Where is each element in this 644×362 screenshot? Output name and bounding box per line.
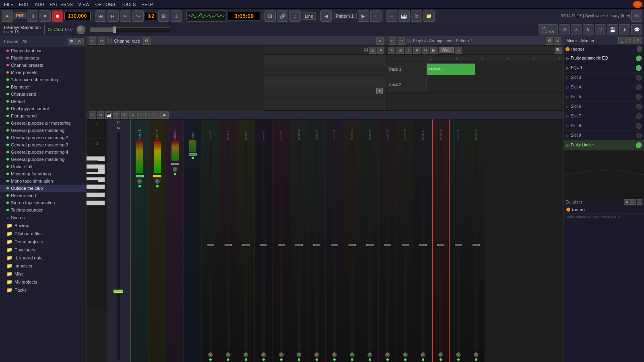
slot-eq-power[interactable] bbox=[636, 56, 642, 61]
sidebar-item-il[interactable]: 📁 IL shared data bbox=[0, 254, 86, 262]
insert-slot-6[interactable]: ▷ Slot 6 bbox=[564, 102, 644, 111]
slot-5-power[interactable] bbox=[636, 94, 642, 100]
cr-undo-btn[interactable]: ↩ bbox=[89, 37, 96, 45]
menu-add[interactable]: ADD bbox=[32, 1, 46, 8]
pattern-selector[interactable]: Pattern 1 bbox=[333, 13, 357, 19]
sidebar-item-packs[interactable]: 📁 Packs bbox=[0, 286, 86, 294]
pad-hat-14[interactable] bbox=[224, 77, 230, 84]
insert-slot-eq[interactable]: ▶ Fruity parametric EQ bbox=[564, 53, 644, 63]
insert-18-fader[interactable] bbox=[437, 244, 444, 246]
mx-undo-btn[interactable]: ↩ bbox=[89, 111, 96, 119]
metronome-button[interactable]: ♩ bbox=[171, 10, 182, 22]
insert-6-fader[interactable] bbox=[225, 244, 232, 246]
next-button[interactable]: ⏭ bbox=[107, 10, 119, 22]
insert-4-fader[interactable] bbox=[189, 153, 197, 156]
record-button[interactable]: ● bbox=[2, 10, 13, 22]
insert-5-knob[interactable] bbox=[208, 352, 213, 357]
pad-hat-11[interactable] bbox=[206, 77, 212, 84]
pad-kick-4[interactable] bbox=[164, 56, 169, 64]
insert-20-knob[interactable] bbox=[474, 352, 479, 357]
insert-13-fader[interactable] bbox=[349, 244, 356, 246]
pad-hat-1[interactable] bbox=[146, 77, 151, 84]
pl-zoom-btn[interactable]: 🔍 bbox=[555, 47, 562, 54]
pl-settings-btn[interactable]: ⚙ bbox=[546, 37, 553, 45]
step-back-button[interactable]: ↩ bbox=[120, 10, 131, 22]
sidebar-item-gpm5[interactable]: General purpose mastering bbox=[0, 156, 86, 163]
pad-hat-16[interactable] bbox=[236, 77, 242, 84]
insert-10-knob[interactable] bbox=[297, 352, 301, 357]
rm-close-btn[interactable]: ✕ bbox=[634, 37, 642, 44]
grid-button[interactable]: ⊞ bbox=[158, 10, 169, 22]
menu-edit[interactable]: EDIT bbox=[17, 1, 31, 8]
sidebar-item-chorus[interactable]: Chorus send bbox=[0, 90, 86, 98]
rm-none-power[interactable] bbox=[637, 46, 642, 52]
link-button[interactable]: 🔗 bbox=[277, 10, 288, 22]
cr-close2-btn[interactable]: ✕ bbox=[377, 47, 384, 54]
insert-3-knob[interactable] bbox=[173, 167, 178, 172]
pad-clap-8[interactable] bbox=[188, 67, 194, 74]
eq-btn-2[interactable]: ← bbox=[630, 199, 636, 205]
pad-hat-7[interactable] bbox=[182, 77, 188, 84]
pad-clap-9[interactable] bbox=[194, 67, 200, 74]
mx-tool2[interactable]: ⊡ bbox=[113, 111, 120, 119]
pad-clap-6[interactable] bbox=[176, 67, 182, 74]
insert-11-knob[interactable] bbox=[314, 352, 319, 357]
pad-clap-3[interactable] bbox=[158, 67, 163, 74]
slot-9-power[interactable] bbox=[636, 133, 642, 138]
pad-clap-1[interactable] bbox=[146, 67, 151, 74]
slot-limiter-power[interactable] bbox=[636, 142, 642, 148]
track-1-content[interactable]: Pattern 1 bbox=[427, 62, 564, 77]
insert-17-fader[interactable] bbox=[419, 244, 427, 246]
insert-slot-8[interactable]: ▷ Slot 8 bbox=[564, 121, 644, 131]
pad-hat-13[interactable] bbox=[218, 77, 224, 84]
insert-9-knob[interactable] bbox=[279, 352, 284, 357]
insert-14-fader[interactable] bbox=[366, 244, 374, 246]
insert-11-fader[interactable] bbox=[313, 244, 320, 246]
slot-4-power[interactable] bbox=[636, 84, 642, 90]
pad-clap-13[interactable] bbox=[218, 67, 224, 74]
slot-equ0-power[interactable] bbox=[636, 65, 642, 71]
insert-19-knob[interactable] bbox=[456, 352, 461, 357]
sidebar-item-mixer-presets[interactable]: Mixer presets bbox=[0, 69, 86, 76]
progress-handle[interactable] bbox=[113, 27, 116, 33]
snap-button[interactable]: ⊡ bbox=[264, 10, 276, 22]
cr-all-selector[interactable]: All bbox=[88, 47, 100, 53]
pad-kick-6[interactable] bbox=[176, 56, 182, 64]
insert-16-fader[interactable] bbox=[402, 244, 409, 246]
sidebar-item-default[interactable]: Default bbox=[0, 98, 86, 105]
insert-5-fader[interactable] bbox=[207, 244, 214, 246]
eq-btn-3[interactable]: → bbox=[637, 199, 642, 205]
insert-2-fader[interactable] bbox=[153, 175, 161, 177]
browser-btn[interactable]: 📁 bbox=[423, 10, 435, 22]
insert-12-knob[interactable] bbox=[332, 352, 337, 357]
insert-16-knob[interactable] bbox=[403, 352, 408, 357]
cr-close-btn[interactable]: ✕ bbox=[376, 37, 384, 45]
mx-redo-btn[interactable]: ↪ bbox=[97, 111, 104, 119]
pad-hat-9[interactable] bbox=[194, 77, 200, 84]
pad-kick-11[interactable] bbox=[206, 56, 212, 64]
pad-clap-10[interactable] bbox=[200, 67, 206, 74]
step-fwd-button[interactable]: ↪ bbox=[132, 10, 144, 22]
fx-btn[interactable]: fx bbox=[411, 10, 422, 22]
stop-button[interactable]: ■ bbox=[39, 10, 51, 22]
cr-mute-clap[interactable] bbox=[95, 68, 99, 72]
close-flex-btn[interactable]: ✕ bbox=[376, 88, 383, 94]
pad-kick-7[interactable] bbox=[182, 56, 188, 64]
pl-play-btn[interactable]: ▷ bbox=[455, 47, 462, 54]
line-selector[interactable]: Line bbox=[302, 12, 316, 20]
insert-19-fader[interactable] bbox=[455, 244, 462, 246]
mx-tool8[interactable]: ▶ bbox=[161, 111, 169, 119]
insert-7-fader[interactable] bbox=[242, 244, 250, 246]
back-btn2[interactable]: ◀ bbox=[320, 10, 332, 22]
insert-18-knob[interactable] bbox=[438, 352, 443, 357]
pad-clap-12[interactable] bbox=[212, 67, 218, 74]
cr-mute-flex[interactable] bbox=[95, 89, 99, 93]
insert-2-knob[interactable] bbox=[155, 179, 160, 184]
pad-hat-3[interactable] bbox=[158, 77, 163, 84]
slot-7-power[interactable] bbox=[636, 113, 642, 119]
sidebar-item-gpm3[interactable]: General purpose mastering 3 bbox=[0, 141, 86, 148]
pl-tool-1[interactable]: ✎ bbox=[388, 47, 395, 54]
sidebar-item-dual[interactable]: Dual joypad control bbox=[0, 105, 86, 112]
cr-name-kick[interactable]: Kick bbox=[111, 55, 143, 65]
pad-kick-9[interactable] bbox=[194, 56, 200, 64]
